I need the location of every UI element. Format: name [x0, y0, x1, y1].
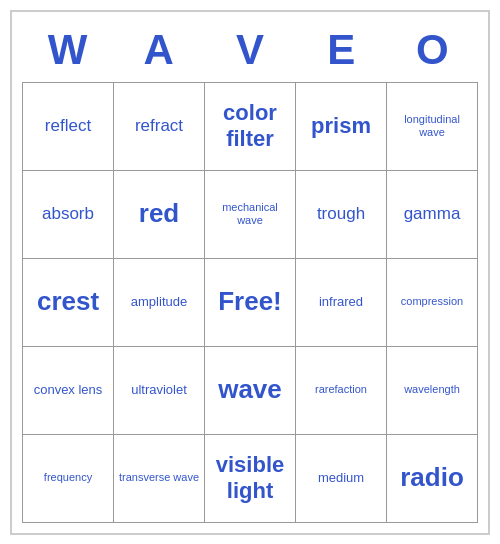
cell-label: reflect [45, 116, 91, 136]
bingo-cell[interactable]: visible light [205, 435, 296, 523]
header-letter: E [296, 22, 387, 82]
cell-label: visible light [209, 452, 291, 505]
bingo-cell[interactable]: rarefaction [296, 347, 387, 435]
cell-label: crest [37, 286, 99, 317]
bingo-cell[interactable]: reflect [23, 83, 114, 171]
cell-label: rarefaction [315, 383, 367, 396]
bingo-cell[interactable]: red [114, 171, 205, 259]
bingo-cell[interactable]: radio [387, 435, 478, 523]
bingo-cell[interactable]: crest [23, 259, 114, 347]
bingo-cell[interactable]: ultraviolet [114, 347, 205, 435]
header-letter: A [113, 22, 204, 82]
cell-label: absorb [42, 204, 94, 224]
bingo-cell[interactable]: compression [387, 259, 478, 347]
cell-label: wave [218, 374, 282, 405]
bingo-cell[interactable]: amplitude [114, 259, 205, 347]
cell-label: prism [311, 113, 371, 139]
bingo-cell[interactable]: gamma [387, 171, 478, 259]
bingo-cell[interactable]: frequency [23, 435, 114, 523]
bingo-cell[interactable]: Free! [205, 259, 296, 347]
cell-label: trough [317, 204, 365, 224]
cell-label: gamma [404, 204, 461, 224]
cell-label: radio [400, 462, 464, 493]
bingo-cell[interactable]: wave [205, 347, 296, 435]
cell-label: infrared [319, 294, 363, 310]
cell-label: red [139, 198, 179, 229]
cell-label: ultraviolet [131, 382, 187, 398]
bingo-cell[interactable]: infrared [296, 259, 387, 347]
bingo-cell[interactable]: mechanical wave [205, 171, 296, 259]
cell-label: medium [318, 470, 364, 486]
bingo-cell[interactable]: wavelength [387, 347, 478, 435]
bingo-cell[interactable]: longitudinal wave [387, 83, 478, 171]
cell-label: refract [135, 116, 183, 136]
cell-label: amplitude [131, 294, 187, 310]
bingo-header: WAVEO [22, 22, 478, 82]
bingo-cell[interactable]: prism [296, 83, 387, 171]
cell-label: longitudinal wave [391, 113, 473, 139]
cell-label: frequency [44, 471, 92, 484]
cell-label: wavelength [404, 383, 460, 396]
header-letter: V [204, 22, 295, 82]
bingo-cell[interactable]: convex lens [23, 347, 114, 435]
cell-label: mechanical wave [209, 201, 291, 227]
cell-label: Free! [218, 286, 282, 317]
bingo-cell[interactable]: color filter [205, 83, 296, 171]
bingo-cell[interactable]: trough [296, 171, 387, 259]
bingo-cell[interactable]: transverse wave [114, 435, 205, 523]
header-letter: W [22, 22, 113, 82]
header-letter: O [387, 22, 478, 82]
bingo-cell[interactable]: medium [296, 435, 387, 523]
cell-label: compression [401, 295, 463, 308]
bingo-cell[interactable]: refract [114, 83, 205, 171]
bingo-card: WAVEO reflectrefractcolor filterprismlon… [10, 10, 490, 535]
bingo-grid: reflectrefractcolor filterprismlongitudi… [22, 82, 478, 523]
bingo-cell[interactable]: absorb [23, 171, 114, 259]
cell-label: convex lens [34, 382, 103, 398]
cell-label: color filter [209, 100, 291, 153]
cell-label: transverse wave [119, 471, 199, 484]
